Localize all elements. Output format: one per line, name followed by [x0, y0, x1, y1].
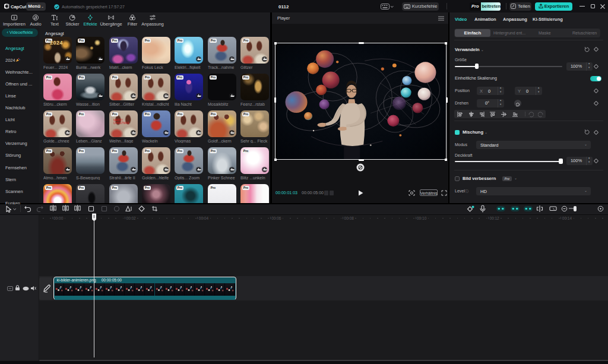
svg-text:CapCut: CapCut [11, 4, 27, 10]
